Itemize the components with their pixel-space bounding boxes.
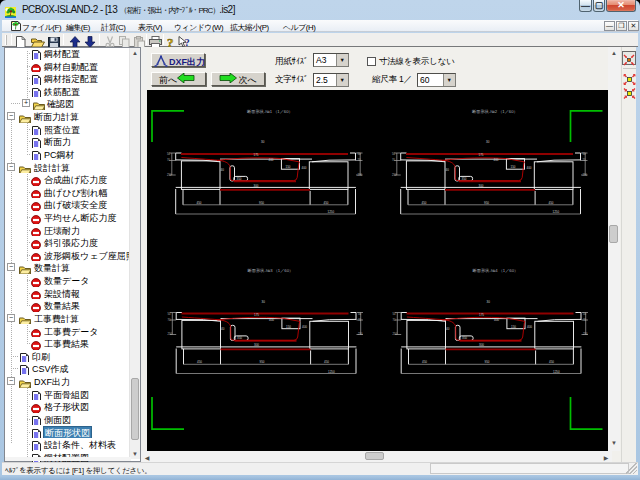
svg-text:断面形状-№1 （1／60）: 断面形状-№1 （1／60） (247, 109, 293, 114)
svg-text:断面形状-№3 （1／60）: 断面形状-№3 （1／60） (248, 268, 294, 273)
svg-text:断面形状-№4 （1／60）: 断面形状-№4 （1／60） (473, 268, 519, 273)
svg-text:断面形状-№2 （1／60）: 断面形状-№2 （1／60） (472, 109, 518, 114)
